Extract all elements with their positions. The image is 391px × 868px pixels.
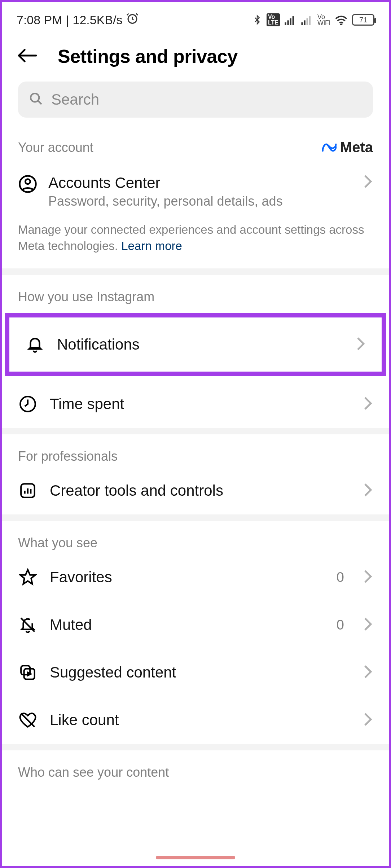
creator-tools-label: Creator tools and controls <box>50 482 351 499</box>
star-icon <box>18 568 38 586</box>
svg-rect-3 <box>290 18 291 25</box>
svg-point-12 <box>25 179 30 184</box>
time-spent-row[interactable]: Time spent <box>2 380 389 428</box>
search-icon <box>29 92 43 108</box>
muted-row[interactable]: Muted 0 <box>2 601 389 649</box>
chevron-right-icon <box>356 337 366 352</box>
bluetooth-icon <box>252 14 262 26</box>
heart-off-icon <box>18 711 38 729</box>
svg-rect-4 <box>293 16 294 25</box>
svg-rect-2 <box>287 20 289 25</box>
svg-rect-5 <box>301 22 303 25</box>
suggested-content-label: Suggested content <box>50 664 351 681</box>
status-netspeed: 12.5KB/s <box>73 13 122 27</box>
creator-tools-row[interactable]: Creator tools and controls <box>2 467 389 514</box>
signal-icon-2 <box>301 14 313 25</box>
bell-icon <box>25 336 45 354</box>
search-placeholder: Search <box>51 91 99 108</box>
battery-icon: 71 <box>352 14 374 26</box>
account-info-text: Manage your connected experiences and ac… <box>2 209 389 268</box>
time-spent-label: Time spent <box>50 395 351 413</box>
suggested-content-row[interactable]: Suggested content <box>2 649 389 696</box>
accounts-center-title: Accounts Center <box>48 174 352 192</box>
meta-brand: Meta <box>321 139 373 155</box>
like-count-label: Like count <box>50 711 351 729</box>
status-time: 7:08 PM <box>17 13 62 27</box>
chevron-right-icon <box>363 396 373 412</box>
volte-icon: VoLTE <box>267 13 280 26</box>
learn-more-link[interactable]: Learn more <box>121 239 182 253</box>
section-heading-see: What you see <box>2 521 389 553</box>
alarm-icon <box>126 12 139 28</box>
section-heading-account: Your account <box>18 140 93 155</box>
chevron-right-icon <box>363 665 373 680</box>
signal-icon-1 <box>284 14 296 25</box>
chevron-right-icon <box>363 712 373 728</box>
vowifi-icon: VoWiFi <box>317 14 330 26</box>
back-icon[interactable] <box>17 47 40 66</box>
search-input[interactable]: Search <box>18 82 373 118</box>
clock-icon <box>18 395 38 413</box>
muted-count: 0 <box>337 617 344 633</box>
section-heading-pro: For professionals <box>2 434 389 467</box>
chevron-right-icon <box>363 483 373 499</box>
chevron-right-icon <box>363 617 373 633</box>
home-indicator <box>156 856 235 859</box>
accounts-center-row[interactable]: Accounts Center Password, security, pers… <box>2 166 389 209</box>
svg-rect-8 <box>309 16 311 25</box>
person-circle-icon <box>18 174 38 195</box>
notifications-highlight: Notifications <box>5 313 386 376</box>
like-count-row[interactable]: Like count <box>2 696 389 744</box>
favorites-label: Favorites <box>50 569 324 586</box>
media-collection-icon <box>18 663 38 681</box>
section-heading-usage: How you use Instagram <box>2 275 389 307</box>
notifications-row[interactable]: Notifications <box>9 317 382 372</box>
wifi-icon <box>335 14 348 25</box>
chevron-right-icon <box>363 174 373 190</box>
svg-rect-7 <box>307 18 308 25</box>
status-bar: 7:08 PM | 12.5KB/s VoLTE VoWiFi 71 <box>2 2 389 35</box>
accounts-center-subtitle: Password, security, personal details, ad… <box>48 194 352 209</box>
bar-chart-icon <box>18 482 38 500</box>
bell-off-icon <box>18 616 38 634</box>
section-heading-visibility: Who can see your content <box>2 750 389 783</box>
svg-rect-6 <box>304 20 306 25</box>
svg-point-9 <box>341 24 342 25</box>
muted-label: Muted <box>50 616 324 634</box>
svg-rect-1 <box>285 22 286 25</box>
favorites-row[interactable]: Favorites 0 <box>2 553 389 601</box>
svg-point-10 <box>31 93 39 102</box>
favorites-count: 0 <box>337 570 344 585</box>
notifications-label: Notifications <box>57 336 343 353</box>
chevron-right-icon <box>363 569 373 585</box>
page-title: Settings and privacy <box>58 45 238 67</box>
